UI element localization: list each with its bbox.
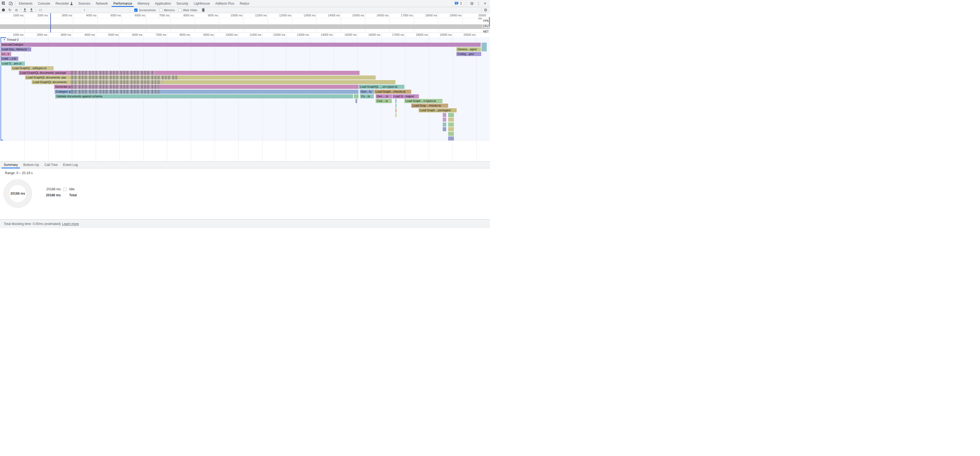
flame-event[interactable] [482, 43, 487, 51]
checkbox-screenshots[interactable]: ✓Screenshots [134, 8, 156, 12]
flame-bar-label: executeCodegen [2, 43, 23, 46]
flame-event[interactable] [443, 118, 446, 122]
flame-bar-label: Load …s.ts [2, 57, 16, 60]
devtools-window: ElementsConsoleRecorderSourcesNetworkPer… [0, 0, 490, 228]
clear-recording-button[interactable]: ⊘ [13, 7, 20, 13]
flame-bar[interactable]: Load Graph…/mocks.ts [374, 90, 411, 94]
timeline-overview[interactable]: 1000 ms2000 ms3000 ms4000 ms5000 ms6000 … [0, 13, 490, 33]
flame-bar[interactable]: Load GraphQL documents: [32, 80, 395, 84]
issues-badge-button[interactable]: 3 [453, 1, 464, 6]
checkbox-web-vitals[interactable]: Web Vitals [178, 8, 197, 12]
tab-sources[interactable]: Sources [75, 0, 93, 7]
history-select[interactable]: #1 [39, 8, 42, 12]
ruler-label: 1000 ms [13, 33, 24, 37]
tab-performance[interactable]: Performance [110, 0, 135, 7]
flame-bar[interactable]: Load GraphQL documents: package [19, 71, 360, 75]
record-button[interactable] [0, 7, 6, 13]
flame-bar[interactable]: Cod….ts [376, 99, 392, 103]
collapse-triangle-icon[interactable]: ▼ [3, 38, 5, 41]
flame-bar[interactable]: Generate: p [54, 85, 358, 89]
flame-bar-label: Co…ts [361, 95, 370, 98]
flame-bar[interactable]: Gen….ts [376, 94, 392, 99]
thread-track-header[interactable]: ▼Thread 0 [3, 38, 19, 41]
flame-bar[interactable]: Co…ts [360, 94, 374, 99]
redacted-text-blur [72, 75, 177, 79]
device-toolbar-icon[interactable] [7, 0, 14, 7]
tab-event-log[interactable]: Event Log [60, 162, 81, 168]
load-profile-button[interactable] [22, 7, 28, 13]
flame-event[interactable] [443, 113, 446, 117]
flame-event[interactable] [443, 127, 446, 131]
flame-bar[interactable]: Load GraphQL documents: pac [25, 75, 376, 79]
ruler-label: 3000 ms [61, 33, 71, 37]
flame-event[interactable] [448, 132, 454, 136]
tab-call-tree[interactable]: Call Tree [42, 162, 60, 168]
checkbox-unchecked-icon[interactable] [159, 8, 162, 12]
flame-bar-label: Load Graph…n-types.ts [406, 99, 436, 103]
flame-bar[interactable]: Load GraphQL …urn-types.ts [359, 85, 404, 89]
checkbox-memory[interactable]: Memory [159, 8, 175, 12]
flame-bar[interactable]: Load Graph…packages/ [418, 108, 457, 112]
tab-memory[interactable]: Memory [135, 0, 152, 7]
flame-event[interactable] [448, 127, 454, 131]
tab-lighthouse[interactable]: Lighthouse [191, 0, 213, 7]
flame-bar[interactable]: Load Gra…hema.ts [0, 47, 31, 51]
reload-and-record-button[interactable]: ↻ [6, 7, 13, 13]
flame-event[interactable] [448, 118, 454, 122]
capture-settings-gear-icon[interactable]: ⚙ [482, 7, 489, 13]
tab-label: Elements [19, 2, 33, 5]
more-options-icon[interactable]: ⋮ [475, 2, 482, 6]
tab-recorder[interactable]: Recorder [53, 0, 75, 7]
flame-bar[interactable]: Load G…pes.ts [0, 62, 25, 66]
close-devtools-icon[interactable]: × [482, 1, 488, 6]
flame-bar[interactable]: Load G…kages/ [392, 94, 419, 99]
tab-security[interactable]: Security [173, 0, 191, 7]
flame-bar[interactable]: Codeg…ges/ [457, 52, 481, 56]
tab-console[interactable]: Console [35, 0, 53, 7]
tab-summary[interactable]: Summary [1, 162, 21, 168]
flame-chart[interactable]: 1000 ms2000 ms3000 ms4000 ms5000 ms6000 … [0, 33, 490, 161]
flame-event[interactable] [395, 99, 396, 103]
flame-bar[interactable]: Gen…ts [360, 90, 374, 94]
flame-bar[interactable]: Validate documents against schema [55, 94, 353, 99]
legend-value: 20188 ms [44, 193, 61, 197]
tab-elements[interactable]: Elements [16, 0, 35, 7]
chevron-down-icon[interactable]: ▾ [84, 8, 85, 11]
flame-event[interactable] [395, 113, 396, 117]
settings-gear-icon[interactable]: ⚙ [469, 1, 475, 6]
flame-bar[interactable]: Load Grap…/mocks.ts [411, 103, 448, 108]
flame-bar-label: Load G…kages/ [393, 95, 414, 98]
inspect-element-icon[interactable] [0, 0, 7, 7]
garbage-collect-icon[interactable] [200, 7, 207, 13]
tab-adblock-plus[interactable]: Adblock Plus [212, 0, 237, 7]
flame-bar[interactable]: Lo…s [0, 52, 11, 56]
flame-event[interactable] [355, 99, 357, 103]
tab-bottom-up[interactable]: Bottom-Up [21, 162, 41, 168]
flame-bar[interactable]: Codegen: p [55, 90, 358, 94]
gridline [429, 33, 429, 161]
overview-scrollbar[interactable] [489, 17, 490, 27]
flame-event[interactable] [448, 122, 454, 127]
flame-bar[interactable]: Load Graph…n-types.ts [404, 99, 442, 103]
tab-network[interactable]: Network [93, 0, 110, 7]
flame-event[interactable] [395, 108, 396, 112]
ruler-label: 7000 ms [156, 33, 166, 37]
summary-legend: 20188 msIdle20188 msTotal [44, 186, 77, 198]
flame-bar[interactable]: executeCodegen [0, 43, 481, 47]
tab-redux[interactable]: Redux [237, 0, 252, 7]
flame-bar[interactable]: Load …s.ts [0, 57, 18, 61]
flame-event[interactable] [395, 103, 396, 108]
flame-bar[interactable]: Load GraphQ…ed/types.ts [11, 66, 54, 70]
save-profile-button[interactable] [28, 7, 35, 13]
flame-event[interactable] [354, 94, 358, 99]
flame-event[interactable] [448, 137, 454, 140]
checkbox-checked-icon[interactable]: ✓ [134, 8, 138, 12]
flame-bar[interactable]: Genera…ages/ [457, 47, 481, 51]
flame-event[interactable] [448, 113, 454, 117]
learn-more-link[interactable]: Learn more [62, 222, 79, 226]
tab-application[interactable]: Application [152, 0, 174, 7]
flame-event[interactable] [443, 122, 446, 127]
checkbox-unchecked-icon[interactable] [178, 8, 181, 12]
tab-label: Memory [138, 2, 149, 5]
devtools-tabbar: ElementsConsoleRecorderSourcesNetworkPer… [0, 0, 490, 7]
